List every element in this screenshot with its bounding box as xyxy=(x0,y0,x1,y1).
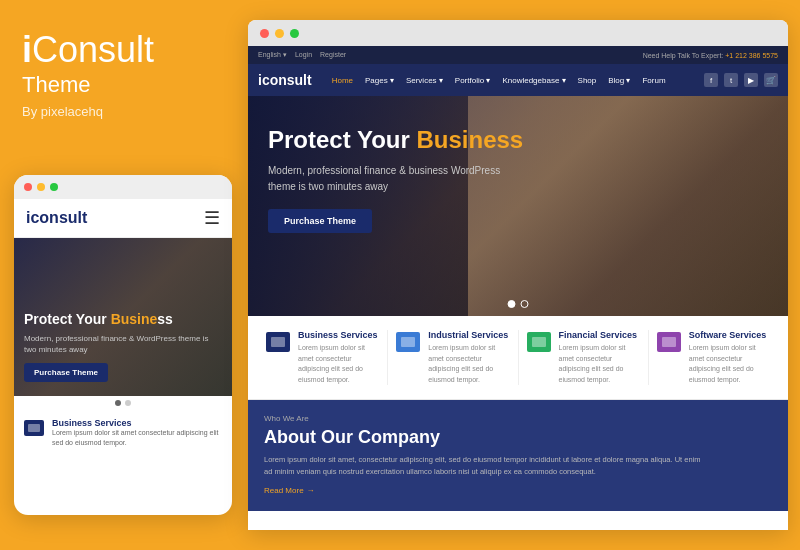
twitter-icon[interactable]: t xyxy=(724,73,738,87)
desktop-lang[interactable]: English ▾ xyxy=(258,51,287,59)
arrow-icon: → xyxy=(307,486,315,495)
desktop-service-financial-content: Financial Services Lorem ipsum dolor sit… xyxy=(559,330,640,385)
desktop-dot-2 xyxy=(521,300,529,308)
desktop-service-software-desc: Lorem ipsum dolor sit amet consectetur a… xyxy=(689,343,770,385)
desktop-nav-knowledge[interactable]: Knowledgebase ▾ xyxy=(502,76,565,85)
desktop-purchase-button[interactable]: Purchase Theme xyxy=(268,209,372,233)
mobile-nav: iconsult ☰ xyxy=(14,199,232,238)
desktop-nav-pages[interactable]: Pages ▾ xyxy=(365,76,394,85)
desktop-hero: Protect Your Business Modern, profession… xyxy=(248,96,788,316)
facebook-icon[interactable]: f xyxy=(704,73,718,87)
youtube-icon[interactable]: ▶ xyxy=(744,73,758,87)
briefcase-icon xyxy=(266,332,290,352)
desktop-service-industrial: Industrial Services Lorem ipsum dolor si… xyxy=(388,330,518,385)
left-panel: iConsult Theme By pixelacehq iconsult ☰ … xyxy=(0,0,248,550)
brand-title: iConsult xyxy=(22,30,226,70)
mobile-purchase-button[interactable]: Purchase Theme xyxy=(24,363,108,382)
desktop-hero-subtitle: Modern, professional finance & business … xyxy=(268,163,508,195)
mobile-top-bar xyxy=(14,175,232,199)
mobile-service-desc: Lorem ipsum dolor sit amet consectetur a… xyxy=(52,428,222,448)
cart-icon[interactable]: 🛒 xyxy=(764,73,778,87)
mobile-hero-highlight: Business xyxy=(111,311,173,327)
mobile-service-text: Business Services Lorem ipsum dolor sit … xyxy=(52,418,222,448)
desktop-nav-blog[interactable]: Blog ▾ xyxy=(608,76,630,85)
mobile-hero-title: Protect Your Business xyxy=(24,310,222,328)
mobile-carousel xyxy=(14,396,232,410)
desktop-register[interactable]: Register xyxy=(320,51,346,59)
desktop-nav-portfolio[interactable]: Portfolio ▾ xyxy=(455,76,491,85)
desktop-carousel-dots xyxy=(508,300,529,308)
desktop-service-business-desc: Lorem ipsum dolor sit amet consectetur a… xyxy=(298,343,379,385)
desktop-top-bar xyxy=(248,20,788,46)
desktop-service-software-title: Software Services xyxy=(689,330,770,340)
desktop-about-section: Who We Are About Our Company Lorem ipsum… xyxy=(248,400,788,511)
mobile-close-dot xyxy=(24,183,32,191)
mobile-hero: Protect Your Business Modern, profession… xyxy=(14,238,232,396)
desktop-service-financial: Financial Services Lorem ipsum dolor sit… xyxy=(519,330,649,385)
desktop-service-industrial-content: Industrial Services Lorem ipsum dolor si… xyxy=(428,330,509,385)
software-icon xyxy=(657,332,681,352)
desktop-nav-shop[interactable]: Shop xyxy=(578,76,597,85)
desktop-readmore-button[interactable]: Read More → xyxy=(264,486,315,495)
desktop-service-industrial-title: Industrial Services xyxy=(428,330,509,340)
mobile-expand-dot xyxy=(50,183,58,191)
mobile-hamburger-icon[interactable]: ☰ xyxy=(204,207,220,229)
desktop-service-business-content: Business Services Lorem ipsum dolor sit … xyxy=(298,330,379,385)
desktop-login[interactable]: Login xyxy=(295,51,312,59)
desktop-service-financial-title: Financial Services xyxy=(559,330,640,340)
mobile-dot-1 xyxy=(115,400,121,406)
desktop-expand-dot xyxy=(290,29,299,38)
desktop-nav-top-left: English ▾ Login Register xyxy=(258,51,346,59)
desktop-service-industrial-desc: Lorem ipsum dolor sit amet consectetur a… xyxy=(428,343,509,385)
desktop-about-who: Who We Are xyxy=(264,414,772,423)
mobile-hero-sub: Modern, professional finance & WordPress… xyxy=(24,333,222,355)
desktop-service-business: Business Services Lorem ipsum dolor sit … xyxy=(258,330,388,385)
desktop-phone: +1 212 386 5575 xyxy=(725,52,778,59)
mobile-minimize-dot xyxy=(37,183,45,191)
mobile-services: Business Services Lorem ipsum dolor sit … xyxy=(14,410,232,460)
mobile-service-icon xyxy=(24,420,44,436)
mobile-hero-content: Protect Your Business Modern, profession… xyxy=(24,310,222,382)
desktop-service-software: Software Services Lorem ipsum dolor sit … xyxy=(649,330,778,385)
desktop-nav-forum[interactable]: Forum xyxy=(642,76,665,85)
desktop-hero-content: Protect Your Business Modern, profession… xyxy=(248,96,788,263)
mobile-dot-2 xyxy=(125,400,131,406)
desktop-close-dot xyxy=(260,29,269,38)
desktop-service-business-title: Business Services xyxy=(298,330,379,340)
desktop-service-financial-desc: Lorem ipsum dolor sit amet consectetur a… xyxy=(559,343,640,385)
desktop-nav-top: English ▾ Login Register Need Help Talk … xyxy=(248,46,788,64)
factory-icon xyxy=(396,332,420,352)
desktop-nav-logo: iconsult xyxy=(258,72,312,88)
desktop-about-desc: Lorem ipsum dolor sit amet, consectetur … xyxy=(264,454,704,478)
mobile-service-item: Business Services Lorem ipsum dolor sit … xyxy=(24,418,222,448)
mobile-nav-logo: iconsult xyxy=(26,209,87,227)
desktop-nav-main: iconsult Home Pages ▾ Services ▾ Portfol… xyxy=(248,64,788,96)
desktop-hero-highlight: Business xyxy=(416,126,523,153)
desktop-service-software-content: Software Services Lorem ipsum dolor sit … xyxy=(689,330,770,385)
desktop-hero-title: Protect Your Business xyxy=(268,126,768,155)
mobile-mockup: iconsult ☰ Protect Your Business Modern,… xyxy=(14,175,232,515)
brand-subtitle: Theme xyxy=(22,72,226,98)
desktop-about-title: About Our Company xyxy=(264,427,772,448)
desktop-nav-icons: f t ▶ 🛒 xyxy=(704,73,778,87)
mobile-service-title: Business Services xyxy=(52,418,222,428)
briefcase-icon xyxy=(28,424,40,432)
desktop-mockup: English ▾ Login Register Need Help Talk … xyxy=(248,20,788,530)
desktop-nav-services[interactable]: Services ▾ xyxy=(406,76,443,85)
desktop-minimize-dot xyxy=(275,29,284,38)
desktop-contact: Need Help Talk To Expert: +1 212 386 557… xyxy=(643,52,778,59)
brand-author: By pixelacehq xyxy=(22,104,226,119)
finance-icon xyxy=(527,332,551,352)
brand-name: Consult xyxy=(32,29,154,70)
desktop-nav-home[interactable]: Home xyxy=(332,76,353,85)
desktop-services-row: Business Services Lorem ipsum dolor sit … xyxy=(248,316,788,400)
desktop-dot-1 xyxy=(508,300,516,308)
